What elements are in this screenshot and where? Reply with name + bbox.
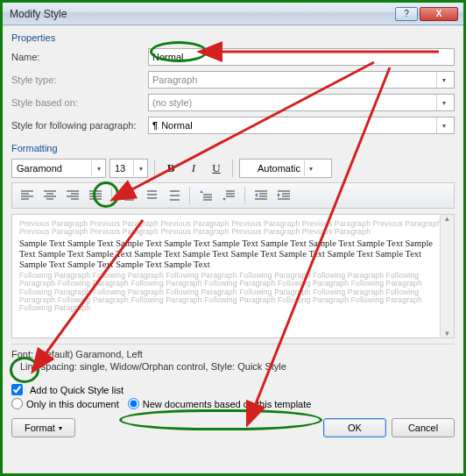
character-format-toolbar: Garamond ▾ 13 ▾ B I U Automatic ▾ (11, 159, 455, 178)
paragraph-format-toolbar (11, 182, 455, 209)
chevron-down-icon[interactable]: ▾ (436, 117, 450, 133)
italic-button[interactable]: I (184, 159, 203, 178)
svg-marker-29 (200, 190, 203, 193)
preview-previous-paragraph: Previous Paragraph Previous Paragraph Pr… (19, 220, 447, 237)
svg-marker-43 (278, 193, 280, 197)
chevron-down-icon[interactable]: ▾ (91, 160, 105, 176)
cancel-button[interactable]: Cancel (392, 418, 455, 437)
line-spacing-15-button[interactable] (140, 186, 161, 205)
style-based-on-combo: (no style) ▾ (148, 94, 455, 111)
space-before-decrease-button[interactable] (218, 186, 239, 205)
preview-following-paragraph: Following Paragraph Following Paragraph … (19, 272, 447, 313)
following-paragraph-label: Style for following paragraph: (11, 120, 148, 131)
format-button-label: Format (25, 423, 55, 433)
cancel-button-label: Cancel (408, 423, 438, 433)
only-in-document-radio[interactable] (11, 398, 23, 409)
align-justify-button[interactable] (85, 186, 106, 205)
name-label: Name: (11, 52, 148, 62)
separator (189, 187, 190, 204)
decrease-indent-button[interactable] (251, 186, 272, 205)
ok-button-label: OK (348, 423, 362, 433)
chevron-down-icon[interactable]: ▾ (304, 160, 318, 176)
style-description: Font: (Default) Garamond, Left Line spac… (11, 344, 455, 380)
name-input-value: Normal (152, 52, 183, 62)
style-type-value: Paragraph (152, 75, 197, 85)
new-documents-template-option[interactable]: New documents based on this template (128, 398, 312, 409)
separator (244, 187, 245, 204)
preview-sample-text: Sample Text Sample Text Sample Text Samp… (19, 238, 447, 270)
new-documents-template-label: New documents based on this template (143, 399, 312, 409)
separator (111, 187, 112, 204)
help-button[interactable]: ? (395, 7, 418, 21)
line-spacing-1-button[interactable] (117, 186, 138, 205)
only-in-document-option[interactable]: Only in this document (11, 398, 119, 409)
modify-style-dialog: Modify Style ? X Properties Name: Normal… (0, 0, 466, 476)
preview-scrollbar[interactable] (440, 215, 454, 337)
style-based-on-label: Style based on: (11, 97, 148, 108)
align-left-button[interactable] (17, 186, 38, 205)
svg-marker-38 (255, 193, 258, 197)
line-spacing-2-button[interactable] (163, 186, 184, 205)
bold-button[interactable]: B (161, 159, 180, 178)
align-center-button[interactable] (39, 186, 60, 205)
name-input[interactable]: Normal (148, 48, 455, 66)
style-type-combo: Paragraph ▾ (148, 71, 455, 89)
svg-marker-33 (222, 198, 226, 201)
chevron-down-icon: ▾ (436, 95, 450, 110)
add-to-quick-style-checkbox[interactable] (11, 384, 23, 395)
font-family-value: Garamond (17, 163, 62, 174)
only-in-document-label: Only in this document (26, 399, 119, 409)
separator (154, 160, 155, 177)
following-paragraph-value: ¶Normal (152, 120, 193, 131)
increase-indent-button[interactable] (273, 186, 294, 205)
chevron-down-icon[interactable]: ▾ (133, 160, 147, 176)
desc-line2: Line spacing: single, Widow/Orphan contr… (11, 360, 455, 373)
font-size-combo[interactable]: 13 ▾ (109, 159, 148, 178)
ok-button[interactable]: OK (323, 418, 386, 437)
font-color-value: Automatic (258, 163, 300, 174)
add-to-quick-style-row[interactable]: Add to Quick Style list (11, 384, 455, 395)
titlebar: Modify Style ? X (3, 3, 463, 25)
window-title: Modify Style (10, 8, 393, 20)
underline-button[interactable]: U (207, 159, 226, 178)
font-color-combo[interactable]: Automatic ▾ (239, 159, 332, 178)
chevron-down-icon: ▾ (59, 424, 62, 432)
font-family-combo[interactable]: Garamond ▾ (11, 159, 106, 178)
style-based-on-value: (no style) (152, 97, 192, 108)
separator (232, 160, 233, 177)
properties-section-label: Properties (11, 32, 455, 43)
align-right-button[interactable] (62, 186, 83, 205)
add-to-quick-style-label: Add to Quick Style list (30, 385, 124, 395)
formatting-section-label: Formatting (11, 143, 455, 153)
new-documents-template-radio[interactable] (128, 398, 139, 409)
font-size-value: 13 (115, 163, 125, 174)
space-before-increase-button[interactable] (195, 186, 216, 205)
chevron-down-icon: ▾ (436, 72, 450, 88)
format-menu-button[interactable]: Format ▾ (11, 418, 75, 437)
desc-line1: Font: (Default) Garamond, Left (11, 348, 455, 360)
following-paragraph-combo[interactable]: ¶Normal ▾ (148, 117, 455, 134)
close-button[interactable]: X (420, 7, 458, 21)
style-type-label: Style type: (11, 75, 148, 85)
style-preview: Previous Paragraph Previous Paragraph Pr… (11, 214, 455, 338)
